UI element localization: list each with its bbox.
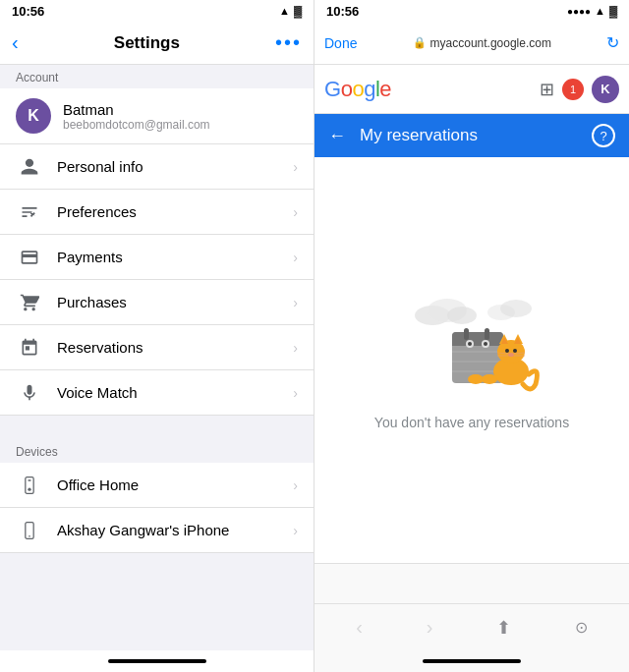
browser-panel: 10:56 ●●●● ▲ ▓ Done 🔒 myaccount.google.c… bbox=[314, 0, 629, 672]
svg-rect-13 bbox=[464, 328, 469, 340]
more-button[interactable]: ••• bbox=[275, 31, 302, 54]
svg-point-21 bbox=[484, 342, 487, 346]
svg-point-36 bbox=[482, 374, 497, 384]
menu-item-payments[interactable]: Payments › bbox=[0, 235, 314, 280]
credit-card-icon bbox=[16, 244, 43, 271]
svg-point-7 bbox=[447, 307, 477, 324]
reload-icon[interactable]: ↻ bbox=[606, 33, 619, 52]
avatar: K bbox=[16, 98, 51, 134]
help-icon[interactable]: ? bbox=[592, 124, 615, 147]
settings-panel: 10:56 ▲ ▓ ‹ Settings ••• Account K Batma… bbox=[0, 0, 314, 672]
menu-item-reservations[interactable]: Reservations › bbox=[0, 325, 314, 370]
svg-point-4 bbox=[29, 535, 30, 537]
status-bar-left: 10:56 ▲ ▓ bbox=[0, 0, 314, 22]
reservations-label: Reservations bbox=[57, 339, 293, 356]
chevron-right-icon: › bbox=[293, 295, 298, 310]
svg-rect-14 bbox=[485, 328, 489, 340]
lock-icon: 🔒 bbox=[413, 36, 427, 49]
voice-match-label: Voice Match bbox=[57, 384, 293, 401]
chevron-right-icon: › bbox=[293, 250, 298, 265]
url-text: myaccount.google.com bbox=[430, 36, 551, 50]
akshay-iphone-label: Akshay Gangwar's iPhone bbox=[57, 522, 293, 538]
section-spacer bbox=[0, 416, 314, 439]
browser-back-button[interactable]: ‹ bbox=[356, 616, 363, 639]
svg-point-20 bbox=[468, 342, 472, 346]
chevron-right-icon: › bbox=[293, 340, 298, 356]
browser-forward-button[interactable]: › bbox=[427, 616, 433, 639]
empty-illustration bbox=[403, 291, 541, 399]
menu-item-akshay-iphone[interactable]: Akshay Gangwar's iPhone › bbox=[0, 508, 314, 553]
chevron-right-icon: › bbox=[293, 385, 298, 401]
account-email: beebomdotcom@gmail.com bbox=[63, 118, 210, 132]
cart-icon bbox=[16, 289, 43, 316]
svg-point-29 bbox=[513, 349, 517, 353]
browser-address-bar: Done 🔒 myaccount.google.com ↻ bbox=[314, 22, 629, 65]
svg-rect-0 bbox=[26, 476, 33, 493]
menu-item-office-home[interactable]: Office Home › bbox=[0, 463, 314, 508]
notification-badge[interactable]: 1 bbox=[562, 79, 584, 100]
settings-title: Settings bbox=[114, 33, 180, 53]
devices-section-header: Devices bbox=[0, 439, 314, 463]
microphone-icon bbox=[16, 379, 43, 407]
reservation-empty-state: You don't have any reservations bbox=[314, 157, 629, 563]
home-indicator-right bbox=[314, 650, 629, 672]
account-info: Batman beebomdotcom@gmail.com bbox=[63, 101, 210, 132]
done-button[interactable]: Done bbox=[324, 35, 357, 51]
home-indicator-left bbox=[0, 650, 314, 672]
svg-point-9 bbox=[500, 300, 532, 317]
person-icon bbox=[16, 153, 43, 181]
svg-point-1 bbox=[28, 487, 30, 490]
payments-label: Payments bbox=[57, 249, 293, 265]
calendar-icon bbox=[16, 334, 43, 362]
browser-bottom-nav: ‹ › ⬆ ⊙ bbox=[314, 603, 629, 650]
home-bar-right bbox=[423, 659, 521, 663]
chevron-right-icon: › bbox=[293, 159, 298, 175]
signal-icon: ●●●● bbox=[567, 6, 591, 17]
account-section-header: Account bbox=[0, 65, 314, 88]
speaker-icon bbox=[16, 472, 43, 499]
compass-icon[interactable]: ⊙ bbox=[575, 618, 588, 637]
battery-icon: ▓ bbox=[294, 5, 302, 17]
menu-item-preferences[interactable]: Preferences › bbox=[0, 190, 314, 235]
url-bar[interactable]: 🔒 myaccount.google.com bbox=[365, 36, 599, 50]
chevron-right-icon: › bbox=[293, 523, 298, 538]
back-button[interactable]: ‹ bbox=[12, 31, 19, 54]
sliders-icon bbox=[16, 198, 43, 226]
menu-item-voice-match[interactable]: Voice Match › bbox=[0, 370, 314, 416]
menu-item-personal-info[interactable]: Personal info › bbox=[0, 144, 314, 190]
svg-point-28 bbox=[505, 349, 509, 353]
menu-item-purchases[interactable]: Purchases › bbox=[0, 280, 314, 325]
purchases-label: Purchases bbox=[57, 294, 293, 310]
preferences-label: Preferences bbox=[57, 203, 293, 220]
chevron-right-icon: › bbox=[293, 204, 298, 220]
battery-icon-right: ▓ bbox=[609, 5, 617, 17]
user-avatar-right[interactable]: K bbox=[592, 76, 619, 103]
google-toolbar: Google ⊞ 1 K bbox=[314, 65, 629, 114]
svg-rect-12 bbox=[452, 338, 503, 346]
settings-nav-bar: ‹ Settings ••• bbox=[0, 22, 314, 65]
time-right: 10:56 bbox=[326, 4, 359, 19]
account-item[interactable]: K Batman beebomdotcom@gmail.com bbox=[0, 88, 314, 144]
empty-message: You don't have any reservations bbox=[374, 415, 569, 430]
svg-point-30 bbox=[508, 353, 514, 357]
svg-rect-2 bbox=[28, 479, 30, 481]
grid-icon[interactable]: ⊞ bbox=[540, 79, 554, 100]
status-icons-left: ▲ ▓ bbox=[279, 5, 302, 17]
wifi-icon-right: ▲ bbox=[595, 5, 605, 17]
office-home-label: Office Home bbox=[57, 476, 293, 493]
home-bar bbox=[108, 659, 206, 663]
google-action-icons: ⊞ 1 K bbox=[540, 76, 619, 103]
account-name: Batman bbox=[63, 101, 210, 118]
personal-info-label: Personal info bbox=[57, 158, 293, 175]
share-button[interactable]: ⬆ bbox=[496, 617, 511, 639]
page-header: ← My reservations ? bbox=[314, 114, 629, 157]
page-title: My reservations bbox=[360, 126, 578, 145]
page-back-button[interactable]: ← bbox=[328, 126, 346, 146]
status-icons-right: ●●●● ▲ ▓ bbox=[567, 5, 617, 17]
phone-icon bbox=[16, 517, 43, 544]
svg-point-35 bbox=[468, 374, 484, 384]
time-left: 10:56 bbox=[12, 4, 44, 19]
chevron-right-icon: › bbox=[293, 477, 298, 493]
google-logo: Google bbox=[324, 77, 391, 102]
wifi-icon: ▲ bbox=[279, 5, 290, 17]
